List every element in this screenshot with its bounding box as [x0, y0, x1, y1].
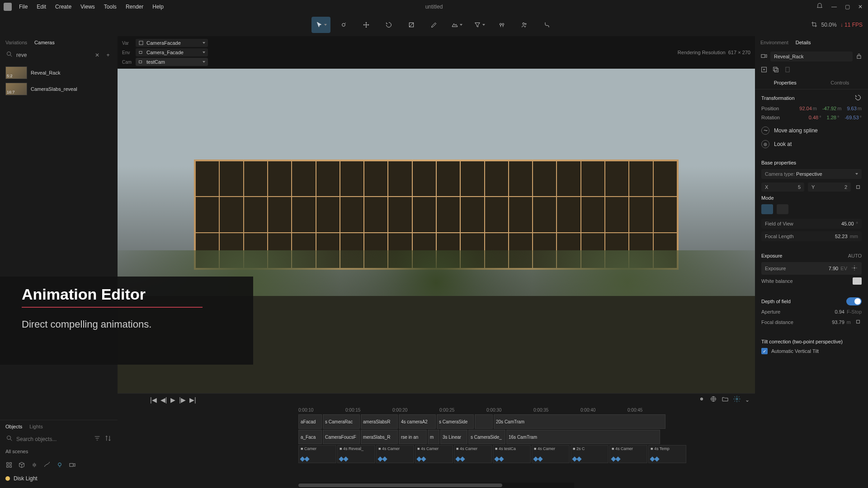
- light-icon[interactable]: [56, 461, 63, 470]
- camera-search-input[interactable]: [16, 52, 90, 58]
- tab-controls[interactable]: Controls: [830, 80, 849, 85]
- add-icon[interactable]: [760, 66, 768, 75]
- cam-icon[interactable]: [69, 461, 76, 470]
- eyedropper-icon[interactable]: [851, 264, 858, 272]
- menu-create[interactable]: Create: [52, 2, 75, 11]
- menu-views[interactable]: Views: [77, 2, 99, 11]
- globe-icon[interactable]: [710, 395, 717, 404]
- timeline-clip[interactable]: m: [428, 430, 439, 444]
- step-back-button[interactable]: ◀|: [160, 396, 167, 404]
- aspect-x-input[interactable]: X5: [761, 183, 804, 192]
- object-item[interactable]: Disk Light: [0, 474, 118, 483]
- timeline-ruler[interactable]: 0:00:10 0:00:15 0:00:20 0:00:25 0:00:30 …: [118, 406, 755, 414]
- timeline-key-clip[interactable]: ■ 4s Temp: [648, 445, 686, 463]
- skip-start-button[interactable]: |◀: [150, 396, 157, 404]
- timeline-clip[interactable]: a_Faca: [298, 430, 322, 444]
- crop-icon[interactable]: [811, 21, 818, 29]
- minimize-button[interactable]: —: [830, 3, 839, 11]
- add-camera-button[interactable]: +: [104, 52, 112, 58]
- step-forward-button[interactable]: |▶: [179, 396, 186, 404]
- chevron-down-icon[interactable]: ⌄: [745, 397, 750, 403]
- clear-search-button[interactable]: ✕: [93, 52, 101, 58]
- timeline-clip[interactable]: 20s CamTram: [494, 414, 665, 429]
- timeline-track[interactable]: a_FacaCameraFoucsFmeraSlabs_Rrse in anm3…: [298, 430, 755, 444]
- folder-icon[interactable]: [722, 395, 729, 404]
- audio-icon[interactable]: [31, 461, 38, 470]
- sort-icon[interactable]: [104, 435, 112, 443]
- keyframe-icon[interactable]: [698, 395, 705, 404]
- filter-tool[interactable]: [470, 17, 489, 33]
- grid-icon[interactable]: [5, 461, 13, 470]
- timeline-key-clip[interactable]: ■ 4s Camer: [376, 445, 414, 463]
- mode-perspective[interactable]: [761, 204, 773, 214]
- spline-icon[interactable]: [43, 461, 51, 470]
- timeline-scrollbar[interactable]: [298, 483, 574, 488]
- tab-variations[interactable]: Variations: [5, 40, 27, 45]
- settings-icon[interactable]: [733, 395, 741, 404]
- reset-icon[interactable]: [854, 94, 862, 102]
- tab-environment[interactable]: Environment: [760, 40, 788, 45]
- timeline-key-clip[interactable]: ■ Camer: [298, 445, 336, 463]
- cube-icon[interactable]: [18, 461, 25, 470]
- timeline-clip[interactable]: 3s Linear: [440, 430, 467, 444]
- tab-cameras[interactable]: Cameras: [34, 40, 55, 45]
- object-search-input[interactable]: [16, 436, 90, 442]
- link-icon[interactable]: [854, 183, 862, 192]
- terrain-tool[interactable]: [447, 17, 466, 33]
- exposure-value[interactable]: 7.90 EV: [829, 266, 847, 271]
- timeline-clip[interactable]: rse in an: [399, 430, 427, 444]
- maximize-button[interactable]: ▢: [843, 3, 852, 11]
- zoom-value[interactable]: 50.0%: [821, 22, 837, 28]
- timeline-clip[interactable]: s CameraSide: [437, 414, 474, 429]
- timeline-clip[interactable]: s CameraRac: [323, 414, 360, 429]
- rot-z-value[interactable]: -69.53°: [844, 115, 862, 120]
- tab-details[interactable]: Details: [796, 40, 811, 45]
- scale-tool[interactable]: [402, 17, 421, 33]
- focal-length-field[interactable]: Focal Length 52.23 mm: [761, 231, 862, 241]
- target-icon[interactable]: [854, 318, 862, 326]
- timeline-track[interactable]: aFacads CameraRacameraSlabsR4s cameraA2s…: [298, 414, 755, 429]
- pos-y-value[interactable]: -47.92m: [822, 106, 841, 111]
- skip-end-button[interactable]: ▶|: [189, 396, 196, 404]
- tab-lights[interactable]: Lights: [29, 424, 42, 429]
- focal-distance-value[interactable]: 93.79 m: [832, 319, 851, 325]
- move-tool[interactable]: [357, 17, 376, 33]
- rot-x-value[interactable]: 0.48°: [809, 115, 821, 120]
- menu-edit[interactable]: Edit: [33, 2, 50, 11]
- look-at-button[interactable]: ◎ Look at: [761, 137, 862, 151]
- filter-icon[interactable]: [93, 435, 101, 443]
- timeline-key-clip[interactable]: ■ 4s Camer: [609, 445, 647, 463]
- timeline-clip[interactable]: [475, 414, 493, 429]
- play-button[interactable]: ▶: [170, 396, 175, 404]
- auto-tilt-checkbox[interactable]: ✓: [761, 348, 768, 354]
- duplicate-icon[interactable]: [772, 66, 779, 75]
- object-name-field[interactable]: Reveal_Rack: [770, 52, 853, 61]
- pos-z-value[interactable]: 9.63m: [847, 106, 862, 111]
- timeline-clip[interactable]: ameraSlabsR: [361, 414, 398, 429]
- tab-objects[interactable]: Objects: [5, 424, 22, 429]
- move-along-spline-button[interactable]: 〜 Move along spline: [761, 124, 862, 137]
- dof-toggle[interactable]: [846, 297, 862, 305]
- cam-select[interactable]: testCam: [136, 58, 208, 66]
- menu-file[interactable]: File: [15, 2, 31, 11]
- timeline-clip[interactable]: 16s CamTram: [506, 430, 660, 444]
- timeline-key-clip[interactable]: ■ 2s C: [571, 445, 609, 463]
- fov-field[interactable]: Field of View 45.00 °: [761, 219, 862, 229]
- camera-type-select[interactable]: Camera type: Perspective: [761, 169, 862, 179]
- env-select[interactable]: Camera_Facade: [136, 48, 208, 56]
- timeline-key-track[interactable]: ■ Camer■ 4s Reveal_■ 4s Camer■ 4s Camer■…: [298, 445, 755, 463]
- rot-y-value[interactable]: 1.28°: [827, 115, 840, 120]
- copy-icon[interactable]: [784, 66, 791, 75]
- brush-tool[interactable]: [334, 17, 353, 33]
- lock-icon[interactable]: [855, 52, 863, 61]
- aspect-y-input[interactable]: Y2: [808, 183, 851, 192]
- timeline-clip[interactable]: meraSlabs_R: [361, 430, 398, 444]
- camera-item[interactable]: 5:2 Reveal_Rack: [5, 65, 112, 81]
- timeline-clip[interactable]: aFacad: [298, 414, 322, 429]
- menu-render[interactable]: Render: [122, 2, 147, 11]
- aperture-value[interactable]: 0.94 F-Stop: [835, 309, 862, 314]
- select-tool[interactable]: [311, 17, 330, 33]
- pos-x-value[interactable]: 92.04m: [799, 106, 817, 111]
- timeline-key-clip[interactable]: ■ 4s testCa: [493, 445, 531, 463]
- timeline-key-clip[interactable]: ■ 4s Camer: [454, 445, 492, 463]
